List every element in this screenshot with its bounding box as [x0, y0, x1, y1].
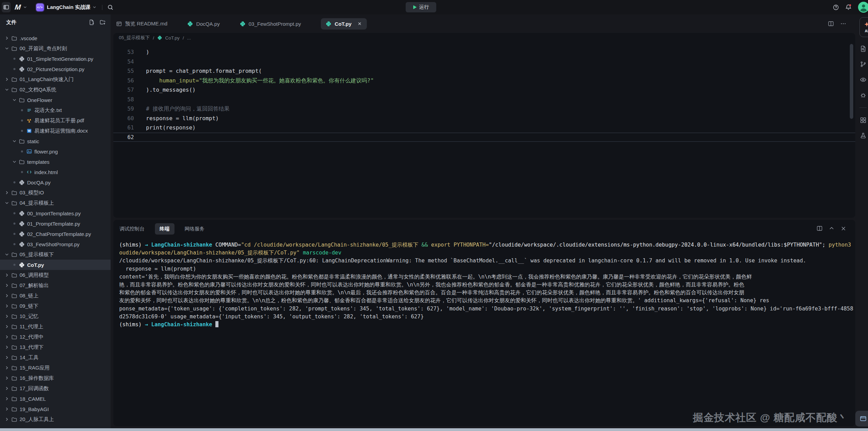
- user-avatar[interactable]: [858, 1, 868, 13]
- code-line[interactable]: 57).to_messages(): [113, 85, 855, 95]
- tree-item[interactable]: 02_PictureDescription.py: [0, 64, 111, 74]
- terminal-output[interactable]: (shims) → LangChain-shizhanke COMMAND="c…: [113, 238, 855, 426]
- line-number[interactable]: 54: [113, 57, 137, 67]
- tree-item[interactable]: 10_记忆: [0, 311, 111, 321]
- code-line[interactable]: 55prompt = chat_prompt.format_prompt(: [113, 66, 855, 76]
- line-number[interactable]: 53: [113, 47, 137, 57]
- tree-item[interactable]: 06_调用模型: [0, 270, 111, 280]
- panel-tab[interactable]: 终端: [155, 223, 174, 235]
- run-button[interactable]: 运行: [406, 2, 436, 12]
- tree-item[interactable]: 14_工具: [0, 352, 111, 363]
- line-number[interactable]: 59: [113, 104, 137, 114]
- tree-item[interactable]: static: [0, 136, 111, 146]
- code-editor[interactable]: 53)5455prompt = chat_prompt.format_promp…: [113, 43, 855, 218]
- corner-widget-button[interactable]: [855, 411, 868, 427]
- tree-item[interactable]: CoT.py: [0, 260, 111, 270]
- tree-item[interactable]: OneFlower: [0, 95, 111, 105]
- tree-item[interactable]: 01_LangChain快速入门: [0, 74, 111, 84]
- breadcrumb-folder[interactable]: 05_提示模板下: [119, 35, 150, 41]
- editor-tab[interactable]: CoT.py: [321, 18, 367, 30]
- ai-label: AI: [865, 29, 868, 33]
- line-number[interactable]: 58: [113, 95, 137, 104]
- tree-item[interactable]: 00_ImportTemplates.py: [0, 208, 111, 218]
- tree-item[interactable]: 03_模型IO: [0, 188, 111, 198]
- tree-item[interactable]: .vscode: [0, 33, 111, 43]
- code-line[interactable]: 56 human_input="我想为我的女朋友购买一些花。她喜欢粉色和紫色。你…: [113, 76, 855, 86]
- tree-item[interactable]: 02_ChatPromptTemplate.py: [0, 229, 111, 239]
- tree-item[interactable]: 00_开篇词_奇点时刻: [0, 43, 111, 54]
- code-line[interactable]: 54: [113, 57, 855, 67]
- breadcrumb-file[interactable]: CoT.py: [165, 35, 180, 41]
- tree-item[interactable]: 17_回调函数: [0, 383, 111, 394]
- tree-item[interactable]: flower.png: [0, 146, 111, 157]
- tree-item[interactable]: W易速鲜花运营指南.docx: [0, 126, 111, 136]
- split-editor-icon[interactable]: [828, 21, 834, 27]
- notifications-button[interactable]: [845, 4, 852, 11]
- tree-item[interactable]: 08_链上: [0, 291, 111, 301]
- tree-item[interactable]: DocQA.py: [0, 177, 111, 188]
- tree-item[interactable]: 13_代理下: [0, 342, 111, 352]
- tree-item[interactable]: 花语大全.txt: [0, 105, 111, 115]
- close-panel-icon[interactable]: [841, 226, 846, 231]
- tree-item[interactable]: 09_链下: [0, 301, 111, 311]
- workspace-menu-button[interactable]: [92, 5, 97, 9]
- file-search-button[interactable]: [859, 45, 867, 53]
- tree-item[interactable]: 07_解析输出: [0, 280, 111, 291]
- code-line[interactable]: 61print(response): [113, 123, 855, 133]
- flask-button[interactable]: [859, 132, 867, 139]
- new-folder-icon[interactable]: [100, 19, 106, 25]
- editor-tab[interactable]: DocQA.py: [187, 21, 219, 27]
- line-number[interactable]: 62: [113, 133, 137, 142]
- code-line[interactable]: 60response = llm(prompt): [113, 114, 855, 123]
- line-number[interactable]: 56: [113, 76, 137, 86]
- tree-item[interactable]: 15_RAG应用: [0, 363, 111, 373]
- tree-item[interactable]: 16_操作数据库: [0, 373, 111, 383]
- tree-item[interactable]: 04_提示模板上: [0, 198, 111, 208]
- help-button[interactable]: [833, 4, 839, 11]
- new-file-icon[interactable]: [89, 19, 95, 25]
- workspace-name[interactable]: LangChain 实战课: [47, 4, 91, 11]
- tree-item[interactable]: 11_代理上: [0, 321, 111, 332]
- tree-item[interactable]: 05_提示模板下: [0, 249, 111, 260]
- panel-tab[interactable]: 调试控制台: [120, 226, 145, 232]
- code-line[interactable]: 53): [113, 47, 855, 57]
- split-panel-icon[interactable]: [816, 225, 823, 231]
- extensions-button[interactable]: [859, 116, 867, 124]
- tree-item[interactable]: 易速鲜花员工手册.pdf: [0, 115, 111, 126]
- editor-tab[interactable]: 预览 README.md: [116, 21, 167, 27]
- breadcrumb[interactable]: 05_提示模板下 / CoT.py / ...: [113, 33, 855, 43]
- eye-button[interactable]: [859, 76, 867, 83]
- tree-item[interactable]: 02_文档QA系统: [0, 84, 111, 95]
- tree-item[interactable]: index.html: [0, 167, 111, 177]
- editor-scrollbar[interactable]: [850, 44, 853, 119]
- tree-item[interactable]: 03_FewShotPrompt.py: [0, 239, 111, 249]
- panel-tab[interactable]: 网络服务: [185, 226, 205, 232]
- maximize-panel-icon[interactable]: [828, 225, 835, 231]
- tree-item[interactable]: 01_SimpleTextGeneration.py: [0, 54, 111, 64]
- sidebar-toggle-button[interactable]: [2, 2, 11, 12]
- code-line[interactable]: 58: [113, 95, 855, 104]
- editor-tab[interactable]: 03_FewShotPrompt.py: [240, 21, 301, 27]
- logo-menu-button[interactable]: [23, 5, 27, 9]
- bug-button[interactable]: [859, 91, 867, 99]
- tree-item[interactable]: 19_BabyAGI: [0, 404, 111, 414]
- search-button[interactable]: [107, 4, 114, 11]
- tree-item-label: 20_人脉工具上: [20, 416, 54, 423]
- code-line[interactable]: 59# 接收用户的询问，返回回答结果: [113, 104, 855, 114]
- git-branch-button[interactable]: [859, 60, 867, 68]
- tree-item[interactable]: 12_代理中: [0, 332, 111, 342]
- tree-item[interactable]: 01_PromptTemplate.py: [0, 218, 111, 229]
- tree-item[interactable]: 18_CAMEL: [0, 394, 111, 404]
- line-number[interactable]: 60: [113, 114, 137, 123]
- close-icon[interactable]: [357, 21, 362, 26]
- tree-item[interactable]: 20_人脉工具上: [0, 414, 111, 424]
- terminal-segment: &&: [421, 242, 431, 248]
- breadcrumb-more[interactable]: ...: [187, 35, 191, 41]
- line-number[interactable]: 57: [113, 85, 137, 95]
- line-number[interactable]: 55: [113, 66, 137, 76]
- code-line[interactable]: 62: [113, 133, 855, 142]
- tree-item[interactable]: templates: [0, 157, 111, 167]
- more-actions-icon[interactable]: [840, 21, 846, 27]
- line-number[interactable]: 61: [113, 123, 137, 133]
- ai-assistant-button[interactable]: AI: [859, 17, 868, 37]
